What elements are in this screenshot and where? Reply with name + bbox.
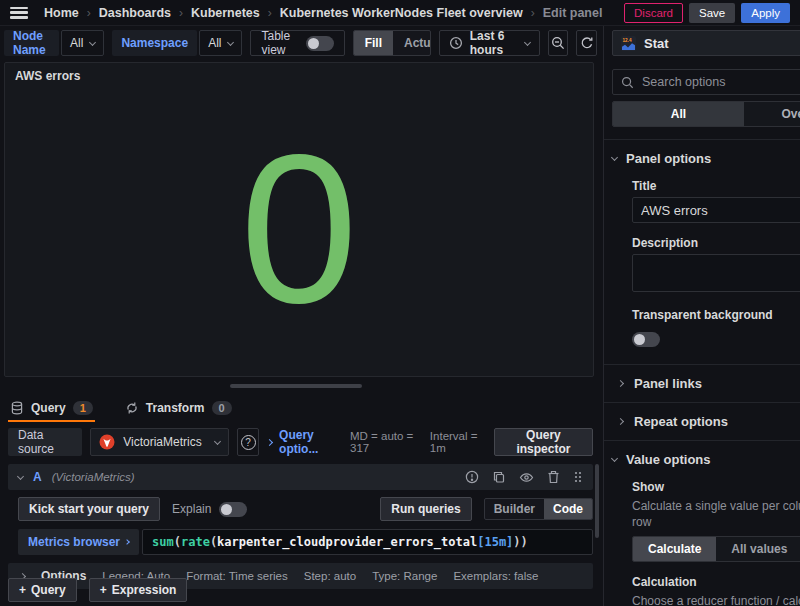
datasource-picker[interactable]: VictoriaMetrics — [90, 428, 229, 456]
datasource-label: Data source — [8, 428, 82, 456]
variable-namespace-value[interactable]: All — [199, 30, 242, 56]
query-actions-row: Kick start your query Explain Run querie… — [8, 497, 593, 521]
panel-description-input[interactable] — [632, 254, 800, 292]
tab-all[interactable]: All — [613, 102, 744, 126]
all-values-option[interactable]: All values — [716, 537, 800, 561]
calculation-field-desc: Choose a reducer function / calculation — [632, 593, 800, 606]
menu-icon[interactable] — [10, 7, 28, 19]
query-row-header[interactable]: A (VictoriaMetrics) — [8, 464, 593, 490]
chevron-right-icon — [617, 418, 624, 425]
resize-handle[interactable] — [230, 384, 362, 388]
query-code-editor[interactable]: sum(rate(karpenter_cloudprovider_errors_… — [142, 529, 593, 555]
breadcrumb-edit-panel: Edit panel — [543, 6, 603, 20]
clock-icon — [449, 36, 463, 50]
value-options-header[interactable]: Value options — [612, 452, 800, 467]
variable-node-name-label[interactable]: Node Name — [4, 30, 59, 56]
refresh-icon — [580, 36, 594, 50]
panel-options-header[interactable]: Panel options — [612, 151, 800, 166]
query-options-label: Query optio... — [279, 428, 342, 456]
tab-overrides[interactable]: Overrides — [744, 102, 800, 126]
table-view-toggle[interactable] — [306, 36, 334, 51]
tab-transform[interactable]: Transform 0 — [123, 394, 234, 422]
code-option[interactable]: Code — [544, 499, 592, 519]
copy-icon[interactable] — [492, 470, 506, 484]
table-view-label: Table view — [261, 29, 296, 57]
actual-option[interactable]: Actual — [393, 31, 431, 55]
apply-button[interactable]: Apply — [741, 3, 790, 23]
chevron-right-icon — [266, 438, 273, 445]
breadcrumb-dashboard-name[interactable]: Kubernetes WorkerNodes Fleet overview — [280, 6, 523, 20]
tab-query-label: Query — [31, 401, 66, 415]
chevron-right-icon — [617, 380, 624, 387]
option-exemplars: Exemplars: false — [453, 570, 538, 582]
chevron-down-icon — [611, 154, 618, 161]
breadcrumb-kubernetes[interactable]: Kubernetes — [191, 6, 260, 20]
calculation-field-label: Calculation — [632, 575, 800, 589]
builder-option[interactable]: Builder — [485, 499, 544, 519]
fill-actual-segmented: Fill Actual — [353, 30, 431, 56]
scrollbar[interactable] — [595, 464, 599, 538]
panel-title-input[interactable] — [632, 197, 800, 223]
query-ref-id: A — [33, 470, 42, 484]
explain-toggle[interactable] — [219, 502, 247, 517]
variable-node-name-value[interactable]: All — [61, 30, 104, 56]
table-view-control: Table view — [250, 30, 344, 56]
breadcrumb-home[interactable]: Home — [44, 6, 79, 20]
chevron-down-icon — [17, 472, 24, 479]
zoom-out-button[interactable] — [548, 30, 569, 56]
variable-namespace: Namespace All — [112, 30, 242, 56]
expr-paren: ( — [210, 535, 217, 549]
tab-query[interactable]: Query 1 — [8, 394, 95, 422]
datasource-help-button[interactable]: ? — [237, 428, 259, 456]
database-icon — [10, 401, 24, 415]
breadcrumb-separator: › — [268, 6, 272, 20]
options-search — [612, 69, 800, 95]
expr-paren: ( — [174, 535, 181, 549]
add-expression-button[interactable]: +Expression — [89, 578, 188, 602]
panel-links-section[interactable]: Panel links — [604, 364, 800, 402]
fill-option[interactable]: Fill — [354, 31, 393, 55]
plus-icon: + — [100, 583, 107, 597]
transform-count-badge: 0 — [212, 401, 232, 415]
eye-icon[interactable] — [519, 470, 534, 485]
plus-icon: + — [19, 583, 26, 597]
variable-value-text: All — [208, 36, 221, 50]
repeat-options-section[interactable]: Repeat options — [604, 402, 800, 440]
calculate-option[interactable]: Calculate — [633, 537, 716, 561]
discard-button[interactable]: Discard — [624, 3, 683, 23]
metrics-browser-button[interactable]: Metrics browser — [18, 529, 139, 555]
save-button[interactable]: Save — [689, 3, 735, 23]
top-nav: Home › Dashboards › Kubernetes › Kuberne… — [0, 0, 800, 26]
trash-icon[interactable] — [547, 470, 560, 484]
repeat-options-label: Repeat options — [634, 414, 728, 429]
options-search-input[interactable] — [642, 75, 800, 89]
visualization-picker[interactable]: 12.4 Stat — [612, 30, 800, 56]
time-range-picker[interactable]: Last 6 hours — [439, 30, 540, 56]
kick-start-button[interactable]: Kick start your query — [18, 497, 160, 521]
query-options-toggle[interactable]: Query optio... — [267, 428, 342, 456]
refresh-button[interactable] — [576, 30, 597, 56]
run-queries-button[interactable]: Run queries — [380, 497, 471, 521]
chevron-down-icon — [227, 38, 234, 45]
section-title: Panel options — [626, 151, 711, 166]
query-editor: A (VictoriaMetrics) Kick start your quer… — [8, 464, 593, 589]
section-value-options: Value options Show Calculate a single va… — [604, 440, 800, 606]
query-inspector-button[interactable]: Query inspector — [494, 428, 593, 456]
expr-fn-sum: sum — [152, 535, 174, 549]
stat-panel-icon: 12.4 — [621, 36, 636, 51]
drag-handle-icon[interactable] — [573, 470, 583, 484]
option-format: Format: Time series — [186, 570, 288, 582]
variable-namespace-label[interactable]: Namespace — [112, 30, 197, 56]
transparent-background-toggle[interactable] — [632, 332, 660, 347]
expr-metric: karpenter_cloudprovider_errors_total — [217, 535, 477, 549]
zoom-out-icon — [551, 36, 565, 50]
breadcrumb-separator: › — [179, 6, 183, 20]
add-query-button[interactable]: +Query — [8, 578, 77, 602]
chevron-down-icon — [89, 38, 96, 45]
show-field-desc: Calculate a single value per column or s… — [632, 498, 800, 530]
breadcrumb-dashboards[interactable]: Dashboards — [99, 6, 171, 20]
transform-icon — [125, 401, 139, 415]
section-title: Value options — [626, 452, 711, 467]
query-help-icon[interactable] — [465, 470, 479, 484]
expr-fn-rate: rate — [181, 535, 210, 549]
